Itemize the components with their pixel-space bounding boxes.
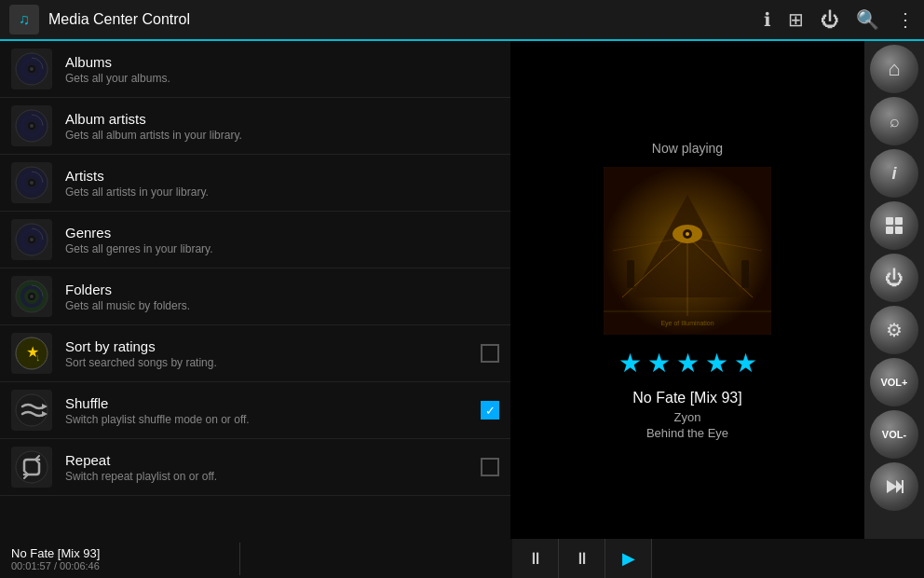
subtitle-albums: Gets all your albums. (65, 72, 499, 85)
star-1: ★ (618, 348, 642, 378)
main-area: Albums Gets all your albums. Album artis… (0, 41, 924, 539)
info-icon[interactable]: ℹ (764, 8, 771, 31)
svg-rect-49 (886, 227, 893, 234)
menu-item-repeat[interactable]: Repeat Switch repeat playlist on or off. (0, 439, 510, 496)
search-button[interactable]: ⌕ (870, 97, 918, 145)
text-albums: Albums Gets all your albums. (65, 54, 499, 85)
svg-point-4 (30, 67, 34, 71)
title-genres: Genres (65, 225, 499, 241)
svg-rect-48 (895, 217, 903, 225)
track-album: Behind the Eye (646, 426, 728, 440)
settings-button[interactable]: ⚙ (870, 306, 918, 354)
text-sort-by-ratings: Sort by ratings Sort searched songs by r… (65, 338, 481, 369)
vol-down-button[interactable]: VOL- (870, 410, 918, 459)
next-button[interactable]: ▶ (605, 539, 652, 578)
subtitle-album-artists: Gets all album artists in your library. (65, 129, 499, 142)
icon-artists (11, 162, 52, 203)
app-logo: ♫ (9, 5, 39, 34)
subtitle-artists: Gets all artists in your library. (65, 186, 499, 199)
skip-button[interactable] (870, 462, 918, 511)
menu-item-album-artists[interactable]: Album artists Gets all album artists in … (0, 98, 510, 155)
svg-marker-52 (896, 480, 903, 493)
text-album-artists: Album artists Gets all album artists in … (65, 111, 499, 142)
text-repeat: Repeat Switch repeat playlist on or off. (65, 452, 481, 483)
subtitle-sort-by-ratings: Sort searched songs by rating. (65, 356, 481, 369)
bottom-bar: No Fate [Mix 93] 00:01:57 / 00:06:46 ⏸ ⏸… (0, 539, 924, 578)
vol-up-button[interactable]: VOL+ (870, 358, 918, 406)
now-playing-label: Now playing (652, 141, 723, 156)
title-repeat: Repeat (65, 452, 481, 468)
bottom-track-title: No Fate [Mix 93] (11, 546, 228, 560)
star-2: ★ (647, 348, 671, 378)
checkbox-repeat[interactable] (481, 458, 499, 476)
svg-point-14 (30, 181, 34, 185)
top-bar: ♫ Media Center Control ℹ ⊞ ⏻ 🔍 ⋮ (0, 0, 924, 41)
power-button[interactable]: ⏻ (870, 254, 918, 302)
subtitle-genres: Gets all genres in your library. (65, 242, 499, 255)
track-title: No Fate [Mix 93] (632, 390, 741, 406)
search-icon[interactable]: 🔍 (856, 8, 879, 31)
icon-sort-by-ratings: ★ ↓ (11, 333, 52, 374)
title-folders: Folders (65, 282, 499, 297)
text-artists: Artists Gets all artists in your library… (65, 168, 499, 199)
svg-rect-44 (741, 260, 749, 288)
checkbox-shuffle[interactable] (481, 401, 499, 420)
subtitle-shuffle: Switch playlist shuffle mode on or off. (65, 413, 481, 426)
now-playing-panel: Now playing (510, 41, 864, 539)
menu-item-genres[interactable]: Genres Gets all genres in your library. (0, 212, 510, 268)
icon-album-artists (11, 105, 52, 146)
menu-item-albums[interactable]: Albums Gets all your albums. (0, 41, 510, 98)
svg-rect-50 (895, 227, 903, 234)
svg-text:↓: ↓ (35, 351, 41, 363)
svg-marker-51 (887, 480, 897, 493)
title-artists: Artists (65, 168, 499, 184)
text-genres: Genres Gets all genres in your library. (65, 225, 499, 255)
menu-item-sort-by-ratings[interactable]: ★ ↓ Sort by ratings Sort searched songs … (0, 325, 510, 382)
title-sort-by-ratings: Sort by ratings (65, 338, 481, 354)
subtitle-folders: Gets all music by folders. (65, 299, 499, 312)
menu-item-folders[interactable]: Folders Gets all music by folders. (0, 268, 510, 325)
grid-icon[interactable]: ⊞ (788, 8, 804, 31)
playback-controls: ⏸ ⏸ ▶ (240, 539, 924, 578)
album-art: Eye of Illumination (604, 167, 771, 335)
title-album-artists: Album artists (65, 111, 499, 127)
grid-button[interactable] (870, 201, 918, 250)
svg-rect-53 (902, 480, 904, 493)
power-icon[interactable]: ⏻ (821, 9, 839, 31)
menu-item-artists[interactable]: Artists Gets all artists in your library… (0, 155, 510, 212)
svg-point-24 (30, 295, 34, 298)
left-panel: Albums Gets all your albums. Album artis… (0, 41, 510, 539)
svg-point-28 (16, 394, 48, 426)
pause-button[interactable]: ⏸ (512, 539, 559, 578)
time-total: 00:06:46 (60, 560, 100, 571)
star-3: ★ (676, 348, 700, 378)
app-title: Media Center Control (48, 11, 764, 28)
svg-rect-47 (886, 217, 893, 225)
bottom-track-time: 00:01:57 / 00:06:46 (11, 560, 228, 571)
text-shuffle: Shuffle Switch playlist shuffle mode on … (65, 395, 481, 426)
home-button[interactable]: ⌂ (870, 45, 918, 93)
title-shuffle: Shuffle (65, 395, 481, 411)
subtitle-repeat: Switch repeat playlist on or off. (65, 470, 481, 483)
info-button[interactable]: i (870, 149, 918, 198)
track-artist: Zyon (674, 410, 701, 424)
icon-folders (11, 276, 52, 317)
icon-repeat (11, 447, 52, 488)
right-sidebar: ⌂ ⌕ i ⏻ ⚙ VOL+ VOL- (864, 41, 924, 539)
svg-rect-43 (627, 260, 634, 288)
top-icons: ℹ ⊞ ⏻ 🔍 ⋮ (764, 8, 915, 31)
checkbox-sort-by-ratings[interactable] (481, 344, 499, 363)
svg-point-31 (16, 451, 48, 483)
star-5: ★ (734, 348, 757, 378)
bottom-now-playing-info: No Fate [Mix 93] 00:01:57 / 00:06:46 (0, 543, 240, 575)
star-4: ★ (705, 348, 728, 378)
more-icon[interactable]: ⋮ (896, 8, 915, 31)
title-albums: Albums (65, 54, 499, 70)
icon-albums (11, 48, 52, 89)
stop-button[interactable]: ⏸ (559, 539, 605, 578)
svg-text:Eye of Illumination: Eye of Illumination (660, 320, 713, 327)
svg-point-19 (30, 238, 34, 241)
svg-point-42 (686, 232, 689, 236)
icon-shuffle (11, 390, 52, 431)
menu-item-shuffle[interactable]: Shuffle Switch playlist shuffle mode on … (0, 382, 510, 439)
